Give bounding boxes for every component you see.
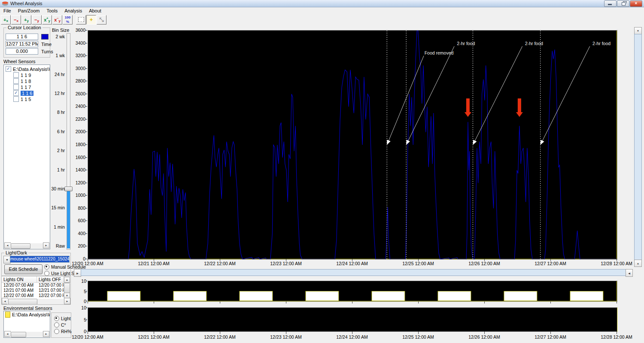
lights-table-scroll-thumb[interactable] <box>64 283 70 293</box>
sensor-item-116[interactable]: ✓1 1 6 <box>5 90 50 96</box>
lights-off-header[interactable]: Lights OFF <box>37 276 64 282</box>
sensor-item-115[interactable]: 1 1 5 <box>5 96 50 102</box>
wheel-sensors-list[interactable]: ✓E:\Data Analysis\Wheel1 1 91 1 81 1 7✓1… <box>3 64 50 249</box>
bin-size-option-Raw[interactable]: Raw <box>45 243 65 248</box>
toolbar-zoom-in-xy-icon[interactable]: x+y <box>42 15 52 24</box>
menu-item-tools[interactable]: Tools <box>43 8 61 14</box>
cursor-turns-field[interactable]: 0.000 <box>6 48 38 55</box>
toolbar-zoom-100-icon[interactable]: 100% <box>63 15 73 24</box>
bin-size-option-15min[interactable]: 15 min <box>45 205 65 210</box>
chart-vscrollbar[interactable] <box>634 34 642 260</box>
bin-size-option-2wk[interactable]: 2 wk <box>45 34 65 39</box>
sensor-item-118-checkbox-icon[interactable] <box>13 78 19 84</box>
sensor-root-label[interactable]: E:\Data Analysis\Wheel <box>13 67 50 72</box>
sensor-item-117[interactable]: 1 1 7 <box>5 84 50 90</box>
lights-table-row[interactable]: 12/21 07:00 AM12/21 07:00 PM <box>2 288 70 293</box>
lights-on-block <box>306 291 339 301</box>
chart-hscroll-left-icon[interactable]: ▶ <box>74 269 81 277</box>
radio-icon[interactable] <box>54 316 59 321</box>
y-axis-label: 400 <box>70 231 85 236</box>
toolbar-zoom-out-y-icon[interactable]: −y <box>32 15 42 24</box>
chart-hscrollbar[interactable] <box>81 269 626 276</box>
lights-on-header[interactable]: Lights ON <box>2 276 37 282</box>
callout-label: Food removed <box>425 50 454 55</box>
toolbar-zoom-out-xy-icon[interactable]: x−y <box>52 15 62 24</box>
menu-item-file[interactable]: File <box>0 8 15 14</box>
chart-vscroll-top-icon[interactable]: ▼ <box>634 27 642 34</box>
bin-size-option-1min[interactable]: 1 min <box>45 224 65 230</box>
fit-window-glyph: ⤡ <box>99 16 103 23</box>
x-axis-label: 12/23 12:00 AM <box>265 334 307 340</box>
lights-table-hscrollbar[interactable] <box>7 299 65 304</box>
sensor-item-117-checkbox-icon[interactable] <box>13 84 19 90</box>
sensor-root[interactable]: ✓E:\Data Analysis\Wheel <box>5 66 50 72</box>
lights-table[interactable]: Lights ON Lights OFF 12/20 07:00 AM12/20… <box>1 276 71 305</box>
sensor-item-119-label[interactable]: 1 1 9 <box>21 73 31 78</box>
toolbar-crosshair-cursor-icon[interactable]: + <box>86 15 96 24</box>
sensor-item-119[interactable]: 1 1 9 <box>5 72 50 78</box>
chart-hscroll-right-icon[interactable]: ◀ <box>626 269 633 277</box>
lights-table-row[interactable]: 12/22 07:00 AM12/22 07:00 PM <box>2 293 70 298</box>
toolbar-zoom-in-y-icon[interactable]: +y <box>21 15 31 24</box>
y-axis-label: 3600 <box>70 28 85 33</box>
restore-button-icon[interactable] <box>617 0 629 7</box>
lights-table-scroll-up-icon[interactable]: ▲ <box>64 277 70 283</box>
sensor-item-115-checkbox-icon[interactable] <box>13 96 19 102</box>
lights-table-hscroll-thumb[interactable] <box>8 299 37 305</box>
x-axis-tick <box>154 331 154 334</box>
sensor-root-checkbox-icon[interactable]: ✓ <box>6 66 11 72</box>
bin-size-option-1wk[interactable]: 1 wk <box>45 53 65 58</box>
dashed-rect-shape <box>78 17 84 22</box>
bin-size-option-30min[interactable]: 30 min <box>45 186 65 191</box>
sensor-item-115-label[interactable]: 1 1 5 <box>21 97 31 102</box>
radio-icon[interactable] <box>54 322 59 328</box>
cursor-sensor-field[interactable]: 1 1 6 <box>6 34 38 40</box>
main-chart-plot[interactable]: Food removed2-hr food2-hr food2-hr food <box>88 30 617 260</box>
y-axis-tick <box>85 119 87 119</box>
lights-table-row[interactable]: 12/20 07:00 AM12/20 07:00 PM <box>2 283 70 288</box>
environmental-strip[interactable] <box>88 307 617 332</box>
toolbar-zoom-out-x-icon[interactable]: −x <box>11 15 21 24</box>
sensor-item-116-checkbox-icon[interactable]: ✓ <box>13 90 19 96</box>
env-list-scroll-right-icon[interactable]: ► <box>43 331 49 337</box>
bin-size-slider-thumb[interactable] <box>64 187 73 191</box>
sensor-item-119-checkbox-icon[interactable] <box>13 72 19 78</box>
light-strip-canvas <box>88 281 617 301</box>
bin-size-option-12hr[interactable]: 12 hr <box>45 91 65 96</box>
cursor-location-title: Cursor Location <box>6 25 43 30</box>
bin-size-option-2hr[interactable]: 2 hr <box>45 148 65 153</box>
toolbar-zoom-in-x-icon[interactable]: +x <box>1 15 11 24</box>
radio-icon[interactable] <box>44 264 49 270</box>
env-list-scroll-thumb[interactable] <box>11 332 26 337</box>
env-measure-rh%[interactable]: RH% <box>54 329 72 334</box>
minimize-button-icon[interactable] <box>604 0 617 7</box>
environmental-item[interactable]: E:\Data Analysis\Wheel <box>12 312 50 317</box>
radio-icon[interactable] <box>54 329 59 334</box>
bin-size-option-1hr[interactable]: 1 hr <box>45 167 65 172</box>
toolbar-select-rectangle-icon[interactable] <box>76 15 86 24</box>
menu-item-panzoom[interactable]: Pan/Zoom <box>15 8 43 14</box>
bin-size-option-8hr[interactable]: 8 hr <box>45 110 65 115</box>
environmental-sensors-list[interactable]: E:\Data Analysis\Wheel ◄ ► <box>3 311 50 338</box>
bin-size-option-24hr[interactable]: 24 hr <box>45 72 65 77</box>
edit-schedule-button[interactable]: Edit Schedule <box>4 264 43 274</box>
sensor-list-scroll-thumb[interactable] <box>11 243 30 249</box>
sensor-item-116-label[interactable]: 1 1 6 <box>21 91 33 96</box>
sensor-list-hscrollbar[interactable] <box>10 243 44 248</box>
sensor-item-117-label[interactable]: 1 1 7 <box>21 85 31 90</box>
cursor-time-field[interactable]: 12/27 11:52 PM <box>6 41 38 47</box>
menu-item-about[interactable]: About <box>85 8 105 14</box>
title-bar[interactable]: Wheel Analysis × <box>0 0 644 7</box>
sensor-item-118[interactable]: 1 1 8 <box>5 78 50 84</box>
sensor-item-118-label[interactable]: 1 1 8 <box>21 79 31 84</box>
bin-size-option-6hr[interactable]: 6 hr <box>45 129 65 134</box>
env-measure-light[interactable]: Light <box>54 316 72 321</box>
env-measure-c[interactable]: C° <box>54 322 72 328</box>
close-button-icon[interactable]: × <box>630 0 642 7</box>
schedule-file-field[interactable]: mouse wheel\20111220_150244.wls <box>10 256 70 263</box>
light-schedule-strip[interactable] <box>88 281 617 302</box>
radio-icon[interactable] <box>44 271 49 276</box>
menu-item-analysis[interactable]: Analysis <box>61 8 85 14</box>
lights-table-scroll-right-icon[interactable]: ► <box>64 298 70 304</box>
env-list-hscrollbar[interactable] <box>10 332 44 337</box>
